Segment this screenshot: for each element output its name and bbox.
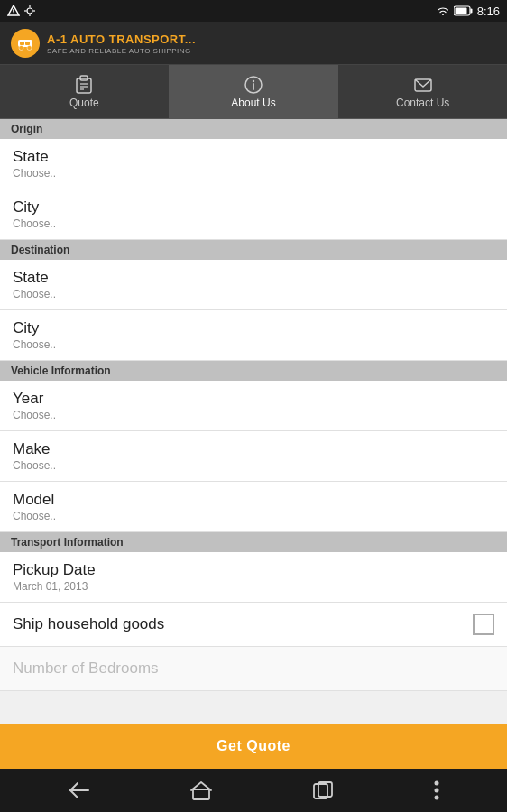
model-value: Choose.. [13,510,494,522]
time-display: 8:16 [477,5,500,18]
status-bar: 8:16 [0,0,507,22]
recents-icon [312,780,334,800]
wifi-icon [436,5,450,16]
svg-rect-9 [470,9,472,14]
back-button[interactable] [54,778,105,803]
svg-point-23 [253,79,254,81]
brand-sub: SAFE AND RELIABLE AUTO SHIPPING [47,47,196,55]
svg-point-13 [27,45,32,50]
app-header: A-1 AUTO TRANSPORT... SAFE AND RELIABLE … [0,22,507,65]
dest-state-label: State [13,269,494,287]
info-icon [244,75,263,95]
main-content: Origin State Choose.. City Choose.. Dest… [0,119,507,724]
pickup-date-label: Pickup Date [13,561,494,579]
svg-rect-15 [25,42,30,45]
model-label: Model [13,491,494,509]
pickup-date-field[interactable]: Pickup Date March 01, 2013 [0,552,507,603]
origin-state-field[interactable]: State Choose.. [0,139,507,189]
contact-tab-icon [413,75,433,95]
dest-city-label: City [13,319,494,337]
make-value: Choose.. [13,459,494,472]
svg-point-30 [434,789,438,793]
svg-rect-10 [455,8,466,14]
status-left [7,5,36,17]
settings-icon [23,5,36,17]
ship-household-checkbox[interactable] [473,614,494,635]
svg-point-31 [434,796,438,800]
get-quote-button[interactable]: Get Quote [0,724,507,769]
quote-tab-label: Quote [69,97,99,109]
email-icon [413,75,433,95]
more-icon [434,780,439,801]
svg-rect-26 [193,789,209,799]
origin-state-value: Choose.. [13,167,494,180]
contact-tab-label: Contact Us [396,97,449,109]
tab-about[interactable]: About Us [170,65,339,118]
status-right: 8:16 [436,5,500,18]
make-field[interactable]: Make Choose.. [0,431,507,482]
dest-state-value: Choose.. [13,288,494,300]
logo [11,29,40,58]
origin-state-label: State [13,148,494,166]
svg-rect-14 [20,42,24,45]
transport-section-header: Transport Information [0,532,507,552]
year-value: Choose.. [13,409,494,421]
origin-city-field[interactable]: City Choose.. [0,189,507,240]
pickup-date-value: March 01, 2013 [13,580,494,593]
tab-contact[interactable]: Contact Us [338,65,507,118]
svg-point-2 [13,14,14,14]
about-tab-icon [244,75,263,95]
vehicle-section-header: Vehicle Information [0,361,507,381]
home-icon [190,780,212,800]
dest-state-field[interactable]: State Choose.. [0,260,507,310]
more-button[interactable] [419,776,454,805]
home-button[interactable] [176,777,226,804]
destination-section-header: Destination [0,240,507,260]
ship-household-row[interactable]: Ship household goods [0,603,507,647]
alert-icon [7,5,20,17]
year-label: Year [13,390,494,408]
recents-button[interactable] [298,777,348,804]
quote-tab-icon [74,75,94,95]
bedrooms-placeholder: Number of Bedrooms [13,660,159,677]
ship-household-label: Ship household goods [13,615,164,633]
tab-bar: Quote About Us Contact Us [0,65,507,119]
battery-icon [454,5,474,16]
origin-city-value: Choose.. [13,217,494,230]
about-tab-label: About Us [231,97,275,109]
origin-section-header: Origin [0,119,507,139]
get-quote-label: Get Quote [217,738,290,754]
svg-point-12 [19,45,23,50]
clipboard-icon [74,75,94,95]
brand-name: A-1 AUTO TRANSPORT... [47,32,196,46]
svg-point-29 [434,781,438,786]
svg-point-3 [27,8,32,14]
brand-info: A-1 AUTO TRANSPORT... SAFE AND RELIABLE … [47,31,196,55]
year-field[interactable]: Year Choose.. [0,381,507,431]
logo-icon [16,34,34,52]
dest-city-field[interactable]: City Choose.. [0,310,507,361]
back-icon [69,781,90,799]
make-label: Make [13,440,494,458]
dest-city-value: Choose.. [13,338,494,351]
tab-quote[interactable]: Quote [0,65,170,118]
bedrooms-row[interactable]: Number of Bedrooms [0,647,507,691]
model-field[interactable]: Model Choose.. [0,482,507,532]
bottom-nav [0,769,507,812]
origin-city-label: City [13,198,494,217]
